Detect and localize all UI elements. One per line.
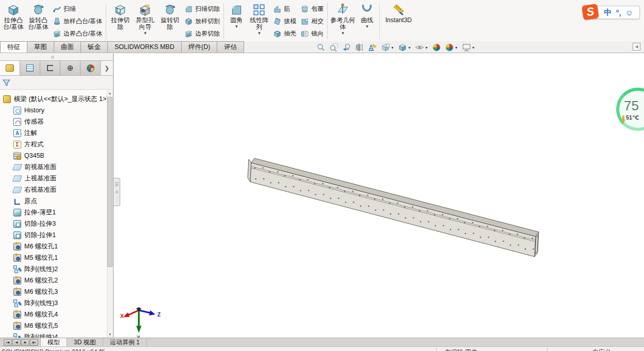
annotation-views-button[interactable] — [368, 43, 377, 52]
tree-item-annotations[interactable]: A注解 — [0, 127, 107, 139]
tab-displaymanager[interactable] — [81, 61, 101, 75]
scroll-down-icon[interactable]: ▼ — [107, 331, 112, 338]
zoom-to-area-button[interactable] — [329, 43, 339, 52]
tree-scrollbar[interactable]: ▲ ▼ — [107, 90, 112, 338]
previous-view-button[interactable] — [342, 43, 351, 52]
apply-scene-button[interactable]: ▼ — [445, 43, 458, 52]
tapped-hole-icon — [13, 288, 21, 296]
tab-evaluate[interactable]: 评估 — [217, 41, 244, 53]
tree-item-m6-hole1[interactable]: M6 螺纹孔1 — [0, 241, 107, 252]
scroll-up-icon[interactable]: ▲ — [107, 90, 112, 96]
dropdown-arrow-icon[interactable]: ▼ — [341, 31, 345, 36]
tree-item-cut-extrude3[interactable]: 切除-拉伸3 — [0, 218, 107, 229]
part-icon — [3, 95, 11, 103]
tab-sketch[interactable]: 草图 — [27, 41, 54, 53]
tree-item-m5-hole1[interactable]: M5 螺纹孔1 — [0, 252, 107, 263]
tree-item-material[interactable]: Q345B — [0, 150, 107, 161]
first-tab-icon[interactable]: |◀ — [4, 339, 12, 346]
tab-solidworks-mbd[interactable]: SOLIDWORKS MBD — [107, 41, 182, 53]
lofted-cut-button[interactable]: 放样切割 — [184, 15, 220, 27]
revolved-boss-button[interactable]: 旋转凸台/基体 — [26, 1, 51, 41]
instant3d-button[interactable]: Instant3D — [381, 1, 415, 41]
tree-item-top-plane[interactable]: 上视基准面 — [0, 173, 107, 184]
dropdown-arrow-icon[interactable]: ▼ — [365, 25, 369, 29]
customize-link[interactable]: 自定义 — [592, 348, 611, 351]
draft-button[interactable]: 拔模 — [273, 15, 296, 27]
tab-featuremanager-tree[interactable] — [0, 61, 20, 75]
feature-toolbar: 拉伸凸台/基体 旋转凸台/基体 扫描 放样凸台/基体 边界凸台/基体 拉伸切除 — [0, 0, 644, 41]
tree-item-front-plane[interactable]: 前视基准面 — [0, 161, 107, 173]
rib-button[interactable]: 筋 — [273, 3, 296, 15]
tree-item-cut-extrude1[interactable]: 切除-拉伸1 — [0, 229, 107, 241]
next-tab-icon[interactable]: ▶ — [21, 339, 29, 346]
extruded-boss-button[interactable]: 拉伸凸台/基体 — [1, 1, 26, 41]
view-orientation-button[interactable]: ▼ — [381, 43, 394, 52]
sweep-button[interactable]: 扫描 — [53, 3, 102, 15]
tab-surfaces[interactable]: 曲面 — [54, 41, 81, 53]
input-method-bar[interactable]: S 中 °, ☺ — [586, 6, 640, 19]
commandmanager-tab-bar: 特征 草图 曲面 钣金 SOLIDWORKS MBD 焊件(D) 评估 ▼ ▼ … — [0, 41, 644, 53]
tab-weldments[interactable]: 焊件(D) — [181, 41, 217, 53]
tab-configurationmanager[interactable] — [40, 61, 60, 75]
sogou-logo-icon[interactable]: S — [582, 4, 599, 20]
hole-wizard-button[interactable]: 异型孔向导 ▼ — [133, 1, 157, 41]
boundary-boss-button[interactable]: 边界凸台/基体 — [53, 27, 102, 40]
filter-funnel-icon[interactable] — [3, 79, 10, 87]
edit-appearance-button[interactable] — [432, 43, 441, 52]
tab-dimxpertmanager[interactable]: ⊕ — [60, 61, 81, 75]
section-view-button[interactable] — [355, 43, 364, 52]
prev-tab-icon[interactable]: ◀ — [12, 339, 21, 346]
tree-item-history[interactable]: History — [0, 105, 107, 116]
dropdown-arrow-icon[interactable]: ▼ — [257, 31, 261, 36]
tab-sheet-metal[interactable]: 钣金 — [81, 41, 108, 53]
fillet-button[interactable]: 圆角 ▼ — [226, 1, 247, 41]
extruded-cut-button[interactable]: 拉伸切除 — [108, 1, 133, 41]
tree-item-lpattern3[interactable]: 阵列(线性)3 — [0, 297, 107, 309]
boundary-cut-button[interactable]: 边界切除 — [184, 27, 220, 40]
panel-overflow-arrow[interactable]: ❯ — [101, 61, 113, 75]
shell-button[interactable]: 抽壳 — [273, 27, 296, 40]
ime-language-toggle[interactable]: 中 — [604, 8, 612, 18]
revolved-cut-button[interactable]: 旋转切除 — [157, 1, 182, 41]
linear-pattern-button[interactable]: 线性阵列 ▼ — [247, 1, 271, 41]
graphics-viewport[interactable]: X Z Y 75 51℃ — [114, 54, 644, 338]
tab-features[interactable]: 特征 — [0, 41, 27, 53]
reference-geometry-button[interactable]: 参考几何体 ▼ — [329, 1, 356, 41]
view-settings-button[interactable]: ▼ — [462, 43, 475, 52]
intersect-button[interactable]: 相交 — [300, 15, 324, 27]
hide-show-items-button[interactable]: ▼ — [415, 43, 428, 52]
wrap-button[interactable]: 包覆 — [300, 3, 324, 15]
tree-root-part[interactable]: 横梁 (默认<<默认>_显示状态 1>) — [0, 93, 107, 105]
tree-item-m6-hole4[interactable]: M6 螺纹孔4 — [0, 309, 107, 320]
tab-3d-views[interactable]: 3D 视图 — [67, 338, 103, 346]
swept-cut-button[interactable]: 扫描切除 — [184, 3, 220, 15]
ime-punctuation-toggle[interactable]: °, — [616, 8, 621, 17]
tree-item-sensors[interactable]: 传感器 — [0, 116, 107, 127]
tab-propertymanager[interactable] — [20, 61, 40, 75]
tree-item-origin[interactable]: 原点 — [0, 195, 107, 207]
zoom-to-fit-button[interactable] — [316, 43, 326, 52]
tree-item-m6-hole3[interactable]: M6 螺纹孔3 — [0, 286, 107, 297]
tree-item-extrude-thin1[interactable]: 拉伸-薄壁1 — [0, 207, 107, 218]
last-tab-icon[interactable]: ▶| — [30, 339, 38, 346]
loft-button[interactable]: 放样凸台/基体 — [53, 15, 102, 27]
dropdown-arrow-icon[interactable]: ▼ — [143, 31, 147, 36]
tree-item-equations[interactable]: Σ方程式 — [0, 139, 107, 150]
ime-emoji-button[interactable]: ☺ — [625, 8, 633, 17]
panel-splitter-handle[interactable] — [114, 178, 120, 206]
tab-motion-study[interactable]: 运动算例 1 — [103, 338, 147, 346]
dropdown-arrow-icon[interactable]: ▼ — [234, 25, 238, 29]
tree-item-m6-hole5[interactable]: M6 螺纹孔5 — [0, 320, 107, 331]
tab-model[interactable]: 模型 — [40, 338, 67, 346]
tree-item-lpattern2[interactable]: 阵列(线性)2 — [0, 263, 107, 275]
display-style-button[interactable]: ▼ — [398, 43, 411, 52]
collapse-taskpane-icon[interactable]: ◀ — [633, 43, 640, 51]
panel-splitter-dot[interactable] — [51, 56, 54, 59]
tree-item-m6-hole2[interactable]: M6 螺纹孔2 — [0, 275, 107, 286]
scroll-thumb[interactable] — [107, 97, 112, 267]
tree-item-right-plane[interactable]: 右视基准面 — [0, 184, 107, 195]
tree-item-lpattern4[interactable]: 阵列(线性)4 — [0, 331, 107, 338]
mirror-button[interactable]: 镜向 — [300, 27, 324, 40]
curves-button[interactable]: 曲线 ▼ — [356, 1, 378, 41]
beam-model[interactable] — [114, 54, 644, 338]
